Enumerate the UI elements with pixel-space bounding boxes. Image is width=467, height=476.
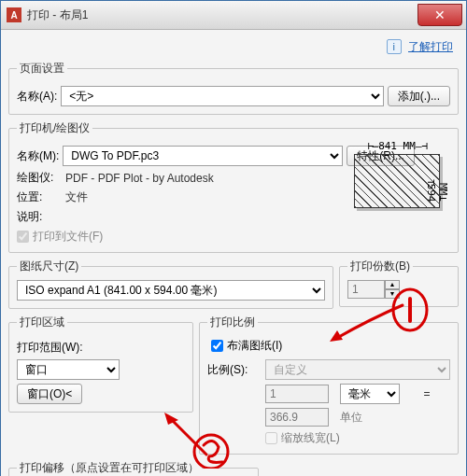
scale-ratio-label: 比例(S): — [207, 362, 262, 378]
location-label: 位置: — [17, 189, 62, 205]
plot-scale-legend: 打印比例 — [207, 315, 258, 330]
plot-area-group: 打印区域 打印范围(W): 窗口 窗口(O)< — [8, 315, 193, 413]
what-to-plot-select[interactable]: 窗口 — [17, 359, 120, 380]
info-icon[interactable]: i — [387, 39, 402, 54]
scale-lineweights-label: 缩放线宽(L) — [281, 430, 340, 446]
window-title: 打印 - 布局1 — [27, 7, 88, 23]
scale-equals: = — [403, 387, 450, 400]
plot-to-file-checkbox — [17, 231, 29, 243]
plotter-label: 绘图仪: — [17, 170, 62, 186]
plot-offset-group: 打印偏移（原点设置在可打印区域） X: 毫米 居中打印(C) Y: 毫米 — [8, 460, 259, 476]
copies-up-button[interactable]: ▲ — [385, 280, 400, 289]
plotter-value: PDF - PDF Plot - by Autodesk — [65, 172, 214, 185]
printer-legend: 打印机/绘图仪 — [17, 120, 92, 136]
add-page-setup-button[interactable]: 添加(.)... — [388, 86, 450, 106]
plot-area-legend: 打印区域 — [17, 315, 67, 330]
page-name-label: 名称(A): — [17, 89, 57, 105]
paper-size-group: 图纸尺寸(Z) ISO expand A1 (841.00 x 594.00 毫… — [8, 259, 333, 309]
location-value: 文件 — [65, 189, 88, 205]
scale-ratio-select: 自定义 — [265, 359, 450, 380]
window-pick-button[interactable]: 窗口(O)< — [17, 384, 82, 404]
paper-size-legend: 图纸尺寸(Z) — [17, 259, 81, 274]
page-setup-legend: 页面设置 — [17, 61, 67, 77]
copies-legend: 打印份数(B) — [347, 259, 413, 274]
scale-lineweights-checkbox — [265, 432, 277, 444]
plot-offset-legend: 打印偏移（原点设置在可打印区域） — [17, 460, 202, 476]
paper-size-select[interactable]: ISO expand A1 (841.00 x 594.00 毫米) — [17, 280, 325, 301]
fit-to-paper-label: 布满图纸(I) — [227, 338, 282, 354]
plot-scale-group: 打印比例 布满图纸(I) 比例(S): 自定义 毫米 = — [199, 315, 459, 455]
drawing-units-label: 单位 — [340, 410, 400, 426]
fit-to-paper-checkbox[interactable] — [211, 340, 223, 352]
help-link[interactable]: 了解打印 — [408, 40, 453, 53]
close-button[interactable]: ✕ — [417, 4, 462, 26]
printer-name-select[interactable]: DWG To PDF.pc3 — [63, 146, 343, 166]
drawing-units-input — [265, 408, 329, 427]
scale-unit-select[interactable]: 毫米 — [340, 384, 400, 404]
copies-down-button[interactable]: ▼ — [385, 289, 400, 299]
description-label: 说明: — [17, 209, 62, 225]
page-name-select[interactable]: <无> — [61, 86, 383, 106]
plot-to-file-label: 打印到文件(F) — [33, 229, 103, 245]
printer-name-label: 名称(M): — [17, 148, 59, 164]
page-setup-group: 页面设置 名称(A): <无> 添加(.)... — [8, 61, 459, 115]
printer-group: 打印机/绘图仪 名称(M): DWG To PDF.pc3 特性(R)... 绘… — [8, 120, 459, 253]
copies-group: 打印份数(B) ▲ ▼ — [339, 259, 459, 307]
paper-preview: ⊢—841 MM—⊣ ⊤594 MM⊥ — [346, 140, 448, 211]
app-icon: A — [7, 7, 21, 22]
what-to-plot-label: 打印范围(W): — [17, 340, 185, 356]
copies-input — [347, 280, 385, 299]
scale-numerator-input — [265, 385, 329, 403]
